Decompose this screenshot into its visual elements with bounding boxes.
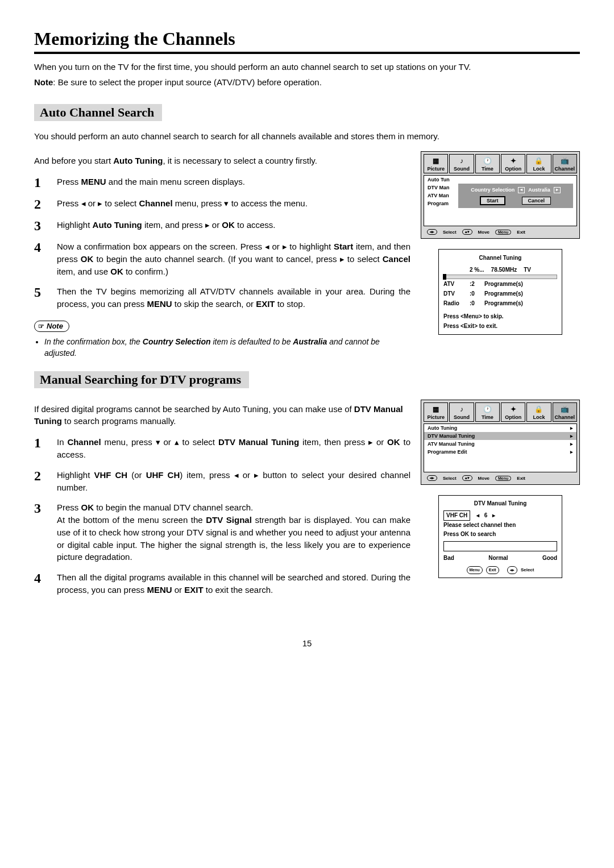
footer-exit: Exit — [517, 230, 525, 235]
sound-icon: ♪ — [450, 156, 473, 166]
s1-pre: And before you start — [34, 156, 113, 165]
start-button[interactable]: Start — [480, 197, 505, 205]
menu-icon: Menu — [495, 230, 511, 235]
menu-row: Auto Tuning▸ — [424, 424, 576, 432]
s1-post: , it is necessary to select a country fi… — [163, 156, 317, 165]
step: 2 Press ◂ or ▸ to select Channel menu, p… — [34, 197, 410, 211]
osd-tab-sound[interactable]: ♪Sound — [449, 154, 474, 173]
tune-freq: 78.50MHz — [491, 265, 517, 275]
scale-bad: Bad — [443, 554, 454, 563]
dtv-channel-row: VHF CH ◂ 6 ▸ — [443, 510, 557, 521]
page-title: Memorizing the Channels — [34, 28, 580, 49]
dtv-title: DTV Manual Tuning — [443, 499, 557, 508]
page-number: 15 — [34, 638, 580, 648]
osd-tab-channel[interactable]: 📺Channel — [553, 154, 577, 173]
vhf-label: VHF CH — [443, 510, 470, 521]
picture-icon: ▦ — [424, 156, 447, 166]
footer-move: Move — [478, 476, 489, 481]
tune-title: Channel Tuning — [443, 253, 557, 263]
osd-tab-picture[interactable]: ▦Picture — [424, 402, 448, 422]
note-label: Note — [34, 77, 53, 87]
tab-label: Channel — [555, 166, 575, 172]
step: 1 Press MENU and the main menu screen di… — [34, 176, 410, 189]
step-number: 1 — [34, 176, 47, 189]
step-number: 2 — [34, 469, 47, 494]
chevron-right-icon: ▸ — [570, 433, 573, 439]
step-number: 4 — [34, 571, 47, 596]
menu-icon: Menu — [495, 476, 511, 481]
osd-country-menu: ▦Picture♪Sound🕐Time✦Option🔒Lock📺Channel … — [421, 151, 580, 239]
step-text: Highlight VHF CH (or UHF CH) item, press… — [57, 469, 410, 494]
title-rule — [34, 52, 580, 54]
step-number: 5 — [34, 285, 47, 310]
tune-hint-1: Press <Menu> to skip. — [443, 312, 557, 321]
tab-label: Lock — [533, 414, 545, 420]
lock-icon: 🔒 — [527, 404, 550, 414]
note-box: Note In the confirmation box, the Countr… — [34, 321, 410, 359]
step: 1 In Channel menu, press ▾ or ▴ to selec… — [34, 436, 410, 461]
step: 5 Then the TV begins memorizing all ATV/… — [34, 285, 410, 310]
osd-list: Auto Tun DTV Man ATV Man Program Country… — [424, 175, 577, 226]
tune-band: TV — [524, 265, 531, 275]
channel-icon: 📺 — [553, 404, 576, 414]
ud-icon: ▴▾ — [462, 229, 472, 235]
tab-label: Picture — [427, 414, 445, 420]
osd-tab-lock[interactable]: 🔒Lock — [526, 154, 551, 173]
step: 3 Press OK to begin the manual DTV chann… — [34, 501, 410, 563]
section2-intro: If desired digital programs cannot be se… — [34, 403, 410, 427]
step-text: Press OK to begin the manual DTV channel… — [57, 501, 410, 563]
footer-move: Move — [478, 230, 489, 235]
ud-icon: ▴▾ — [462, 475, 472, 481]
time-icon: 🕐 — [476, 156, 499, 166]
country-popup: Country Selection ◂ Australia ▸ Start Ca… — [458, 184, 573, 208]
section-heading-manual: Manual Searching for DTV programs — [34, 371, 249, 388]
tune-row: Radio:0Programme(s) — [443, 298, 557, 308]
osd-tab-picture[interactable]: ▦Picture — [424, 154, 448, 173]
footer-select: Select — [443, 230, 457, 235]
menu-row-selected: DTV Manual Tuning▸ — [424, 432, 576, 440]
arrow-right-icon: ▸ — [492, 512, 495, 518]
progress-bar — [443, 275, 557, 279]
sound-icon: ♪ — [450, 404, 473, 414]
exit-button: Exit — [486, 566, 499, 574]
osd-footer: ◂▸ Select ▴▾ Move Menu Exit — [424, 472, 577, 482]
step-text: Then all the digital programs available … — [57, 571, 410, 596]
step-text: Press MENU and the main menu screen disp… — [57, 176, 410, 189]
lr-icon: ◂▸ — [427, 475, 437, 481]
tab-label: Picture — [427, 166, 445, 172]
cancel-button[interactable]: Cancel — [522, 197, 551, 205]
s1-bold: Auto Tuning — [113, 156, 163, 165]
arrow-right-icon: ▸ — [554, 187, 561, 193]
intro-paragraph: When you turn on the TV for the first ti… — [34, 61, 580, 73]
chevron-right-icon: ▸ — [570, 441, 573, 447]
option-icon: ✦ — [501, 404, 525, 414]
osd-tab-sound[interactable]: ♪Sound — [449, 402, 474, 422]
step-text: Then the TV begins memorizing all ATV/DT… — [57, 285, 410, 310]
osd-tab-option[interactable]: ✦Option — [501, 402, 525, 422]
osd-tab-channel[interactable]: 📺Channel — [553, 402, 577, 422]
osd-footer: ◂▸ Select ▴▾ Move Menu Exit — [424, 226, 577, 236]
step-text: In Channel menu, press ▾ or ▴ to select … — [57, 436, 410, 461]
section-heading-auto: Auto Channel Search — [34, 104, 162, 121]
step: 2 Highlight VHF CH (or UHF CH) item, pre… — [34, 469, 410, 494]
intro-note: Note: Be sure to select the proper input… — [34, 76, 580, 88]
menu-button: Menu — [467, 566, 483, 574]
time-icon: 🕐 — [476, 404, 499, 414]
lr-icon: ◂▸ — [507, 566, 517, 574]
osd-tab-lock[interactable]: 🔒Lock — [526, 402, 551, 422]
osd-tab-option[interactable]: ✦Option — [501, 154, 525, 173]
tab-label: Option — [505, 166, 521, 172]
step-number: 3 — [34, 501, 47, 563]
channel-number: 6 — [484, 512, 488, 518]
signal-strength-bar — [443, 541, 557, 551]
step-number: 2 — [34, 197, 47, 211]
arrow-left-icon: ◂ — [476, 512, 479, 518]
step-text: Highlight Auto Tuning item, and press ▸ … — [57, 219, 410, 232]
step-number: 3 — [34, 219, 47, 232]
osd-tab-time[interactable]: 🕐Time — [475, 154, 500, 173]
lr-icon: ◂▸ — [427, 229, 437, 235]
tune-row: ATV:2Programme(s) — [443, 279, 557, 289]
option-icon: ✦ — [501, 156, 525, 166]
osd-tab-time[interactable]: 🕐Time — [475, 402, 500, 422]
dtv-manual-box: DTV Manual Tuning VHF CH ◂ 6 ▸ Please se… — [438, 495, 562, 578]
